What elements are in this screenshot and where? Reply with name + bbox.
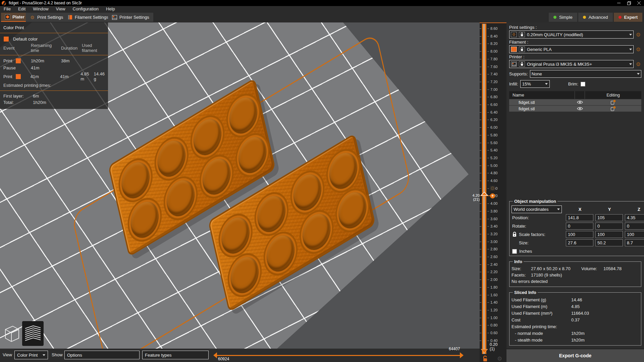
options-select[interactable]: Options <box>64 351 140 359</box>
layer-tick: 3.80 <box>480 209 506 214</box>
unlock-icon[interactable] <box>482 356 488 362</box>
size-y-input[interactable] <box>595 239 623 246</box>
printer-gear-button[interactable]: ⚙ <box>635 61 641 67</box>
brim-checkbox[interactable] <box>581 82 585 86</box>
tab-print-settings[interactable]: ⚙ Print Settings <box>26 13 67 22</box>
color-print-row: Print 1h20m 38m <box>3 57 105 64</box>
edit-object-icon[interactable] <box>585 106 641 111</box>
minimize-button[interactable] <box>614 0 624 6</box>
show-label: Show <box>52 352 63 357</box>
moves-slider-left-handle[interactable] <box>213 352 217 358</box>
lock-icon <box>519 47 525 52</box>
layer-tick: 1.40 <box>480 301 506 305</box>
cost-value: 0.37 <box>571 317 580 322</box>
chevron-down-icon <box>545 83 548 85</box>
export-gcode-button[interactable]: Export G-code <box>506 349 644 362</box>
object-row-fidget-1[interactable]: fidget.stl <box>509 99 641 105</box>
layer-slider-upper-handle[interactable] <box>481 192 488 196</box>
tab-filament-settings[interactable]: Filament Settings <box>63 13 112 22</box>
cube-icon <box>3 324 20 343</box>
eye-icon[interactable] <box>575 100 585 104</box>
bottom-layer-label: 0.20 (1) <box>490 343 497 351</box>
coordinates-select[interactable]: World coordinates <box>512 205 562 213</box>
object-row-fidget-2[interactable]: fidget.stl <box>509 106 641 112</box>
view-select[interactable]: Color Print <box>14 351 48 359</box>
bottom-bar: View Color Print Show Options Feature ty… <box>0 349 480 362</box>
layer-tick: 3.20 <box>480 232 506 236</box>
3d-view-button[interactable] <box>1 321 22 346</box>
name-column-header[interactable]: Name <box>509 91 575 99</box>
rotate-x-input[interactable] <box>566 223 593 230</box>
layer-tick: 1.00 <box>480 316 506 320</box>
simple-dot-icon <box>553 16 556 19</box>
layer-slider-lower-handle[interactable] <box>481 349 488 353</box>
print-settings-select[interactable]: ⚙ 0.20mm QUALITY (modified) <box>509 31 634 39</box>
scale-x-input[interactable] <box>566 231 593 238</box>
mode-expert-button[interactable]: Expert <box>614 13 642 22</box>
layer-tick: 3.00 <box>480 240 506 244</box>
mode-simple-button[interactable]: Simple <box>549 13 577 22</box>
rotate-z-input[interactable] <box>625 223 644 230</box>
feature-types-select[interactable]: Feature types <box>142 351 209 359</box>
editing-column-header[interactable]: Editing <box>585 93 641 98</box>
mode-advanced-button[interactable]: Advanced <box>578 13 613 22</box>
layer-slider[interactable]: 8.608.408.208.007.807.607.407.207.006.80… <box>480 22 506 362</box>
plater-icon <box>5 14 10 19</box>
infill-label: Infill: <box>509 81 518 86</box>
menu-file[interactable]: File <box>0 6 14 12</box>
layer-tick: 5.00 <box>480 164 506 168</box>
custom-gcode-marker-icon[interactable]: ⚙ <box>490 186 495 191</box>
layer-tick: 5.80 <box>480 133 506 137</box>
menu-edit[interactable]: Edit <box>14 6 29 12</box>
scale-y-input[interactable] <box>595 231 623 238</box>
tab-printer-settings[interactable]: Printer Settings <box>108 13 153 22</box>
inches-checkbox[interactable] <box>512 249 517 254</box>
chevron-down-icon <box>629 49 632 50</box>
layer-tick: 4.00 <box>480 202 506 206</box>
print-settings-gear-button[interactable]: ⚙ <box>635 32 641 38</box>
filament-spool-icon <box>67 15 72 20</box>
close-button[interactable] <box>634 0 644 6</box>
printer-select[interactable]: Original Prusa i3 MK3S & MK3S+ <box>509 60 634 68</box>
supports-select[interactable]: None <box>530 70 641 78</box>
info-errors: No errors detected <box>512 279 548 284</box>
menu-window[interactable]: Window <box>29 6 52 12</box>
position-z-input[interactable] <box>625 214 644 221</box>
eye-icon[interactable] <box>575 107 585 111</box>
filament-gear-button[interactable]: ⚙ <box>635 46 641 53</box>
position-x-input[interactable] <box>566 214 593 221</box>
printer-icon <box>511 61 517 67</box>
menu-view[interactable]: View <box>52 6 69 12</box>
moves-slider-right-handle[interactable] <box>460 352 464 358</box>
slider-settings-gear-icon[interactable]: ⚙ <box>497 355 502 362</box>
edit-object-icon[interactable] <box>585 100 641 105</box>
layer-tick: 8.00 <box>480 50 506 54</box>
menu-help[interactable]: Help <box>102 6 119 12</box>
supports-label: Supports: <box>509 71 528 76</box>
layer-tick: 8.60 <box>480 27 506 31</box>
size-x-input[interactable] <box>566 239 593 246</box>
layers-view-button[interactable] <box>22 321 44 346</box>
right-sidebar: Print settings : ⚙ 0.20mm QUALITY (modif… <box>506 22 644 349</box>
menu-configuration[interactable]: Configuration <box>69 6 102 12</box>
layers-icon <box>24 324 42 343</box>
layer-tick: 2.80 <box>480 247 506 251</box>
filament-select[interactable]: Generic PLA <box>509 45 634 53</box>
position-y-input[interactable] <box>595 214 623 221</box>
layer-tick: 2.40 <box>480 263 506 267</box>
moves-slider-track[interactable] <box>217 355 460 356</box>
scale-z-input[interactable] <box>625 231 644 238</box>
infill-select[interactable]: 15% <box>520 80 550 88</box>
size-z-input[interactable] <box>625 239 644 246</box>
uniform-scale-lock-icon[interactable] <box>512 232 517 237</box>
default-color-swatch[interactable] <box>3 36 9 42</box>
tab-plater[interactable]: Plater <box>1 13 29 22</box>
printer-icon <box>112 15 117 20</box>
layer-tick: 1.80 <box>480 286 506 290</box>
maximize-button[interactable] <box>624 0 634 6</box>
rotate-y-input[interactable] <box>595 223 623 230</box>
first-layer-time: 6m <box>33 94 39 99</box>
viewport-3d[interactable]: Color Print Default color Event Remainin… <box>0 22 480 349</box>
layer-tick: 1.20 <box>480 308 506 312</box>
normal-mode-time: 1h20m <box>571 331 585 336</box>
